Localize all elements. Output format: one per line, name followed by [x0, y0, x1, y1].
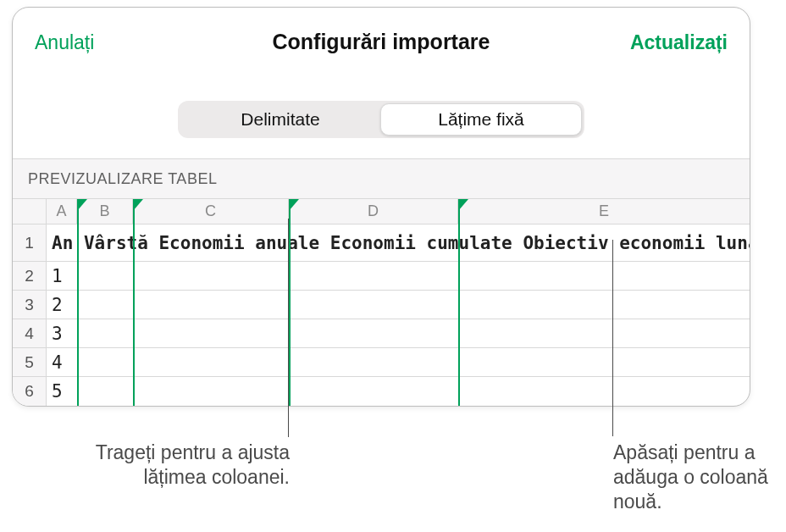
cell[interactable]: 5	[52, 381, 63, 402]
row-number[interactable]: 4	[13, 319, 47, 347]
column-header-row: A B C D E	[13, 199, 750, 224]
table-row: 1 An Vârstă Economii anuale Economii cum…	[13, 224, 750, 262]
cell[interactable]: Economii cumulate	[330, 233, 512, 253]
cell[interactable]: 2	[52, 295, 63, 315]
col-letter[interactable]: C	[133, 199, 289, 224]
nav-bar: Anulați Configurări importare Actualizaț…	[13, 8, 750, 75]
update-button[interactable]: Actualizați	[630, 31, 728, 54]
column-break-line[interactable]	[77, 199, 79, 406]
col-letter[interactable]: D	[289, 199, 458, 224]
cell[interactable]: 4	[52, 352, 63, 373]
import-mode-segmented[interactable]: Delimitate Lățime fixă	[178, 101, 584, 138]
callout-leader	[612, 240, 613, 436]
callout-tap: Apăsați pentru a adăuga o coloană nouă.	[613, 441, 783, 513]
import-settings-panel: Anulați Configurări importare Actualizaț…	[12, 7, 750, 407]
table-preview-section-label: PREVIZUALIZARE TABEL	[13, 158, 750, 199]
cell[interactable]: 1	[52, 266, 63, 286]
row-num-blank	[13, 199, 47, 224]
table-preview: A B C D E 1 An Vârstă Economii anuale	[13, 199, 750, 406]
row-number[interactable]: 1	[13, 224, 47, 261]
table-row: 2 1	[13, 262, 750, 291]
row-number[interactable]: 6	[13, 377, 47, 406]
table-row: 4 3	[13, 319, 750, 348]
row-number[interactable]: 3	[13, 291, 47, 319]
cell[interactable]: An	[52, 233, 73, 253]
column-break-line[interactable]	[133, 199, 135, 406]
column-break-line[interactable]	[289, 199, 291, 406]
callout-leader	[288, 219, 289, 437]
row-number[interactable]: 5	[13, 348, 47, 376]
callout-drag: Trageți pentru a ajusta lățimea coloanei…	[95, 441, 290, 490]
table-row: 6 5	[13, 377, 750, 406]
segment-delimited[interactable]: Delimitate	[180, 103, 380, 136]
cell[interactable]: Economii anuale	[158, 233, 319, 253]
cell[interactable]: 3	[52, 324, 63, 344]
row-number[interactable]: 2	[13, 262, 47, 290]
segment-fixed-width[interactable]: Lățime fixă	[380, 103, 582, 136]
table-row: 5 4	[13, 348, 750, 377]
col-letter[interactable]: E	[458, 199, 750, 224]
column-break-line[interactable]	[458, 199, 460, 406]
column-letters: A B C D E	[47, 199, 750, 224]
table-row: 3 2	[13, 291, 750, 319]
cell[interactable]: Vârstă	[84, 233, 148, 253]
col-letter[interactable]: A	[47, 199, 77, 224]
cell[interactable]: Obiectiv economii lunare	[523, 233, 750, 253]
